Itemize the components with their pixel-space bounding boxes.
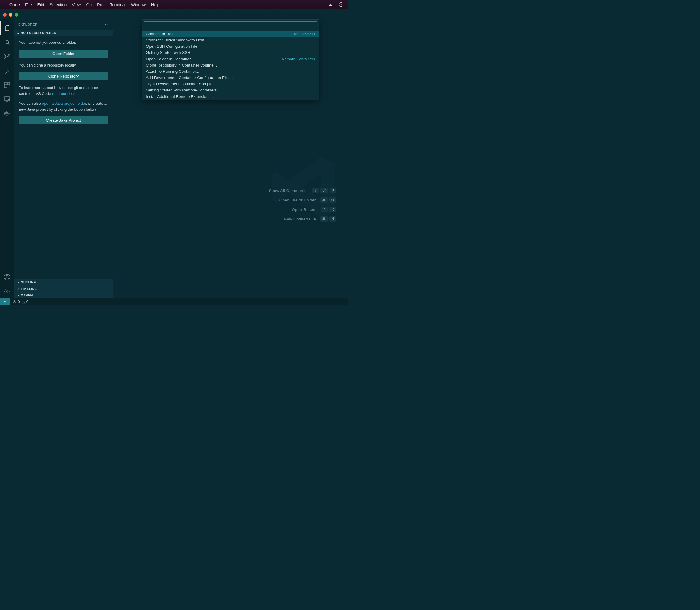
quickpick-item-label: Getting Started with Remote-Containers [146,88,217,92]
mac-menubar: Code File Edit Selection View Go Run Ter… [0,0,348,10]
read-docs-link[interactable]: read our docs [52,92,76,96]
menu-run[interactable]: Run [97,2,105,7]
open-folder-button[interactable]: Open Folder [19,50,108,58]
menu-window[interactable]: Window [131,2,146,7]
open-java-link[interactable]: open a Java project folder [42,101,86,106]
create-java-project-button[interactable]: Create Java Project [19,116,108,124]
close-window-button[interactable] [3,13,6,17]
shortcut-keys: ⌃R [321,207,336,212]
quickpick-item[interactable]: Getting Started with SSH [142,49,319,55]
svg-rect-11 [6,113,7,114]
keycap: ⌘ [320,216,328,222]
quickpick-item-label: Clone Repository in Container Volume... [146,63,217,67]
quickpick-item-label: Open Folder in Container... [146,57,194,61]
section-no-folder[interactable]: ⌄ NO FOLDER OPENED [14,30,113,36]
quickpick-item[interactable]: Try a Development Container Sample... [142,81,319,87]
activity-explorer[interactable] [0,21,14,35]
quickpick-item[interactable]: Add Development Container Configuration … [142,75,319,81]
chevron-right-icon: › [16,280,21,284]
zoom-window-button[interactable] [15,13,18,17]
active-app-underline [126,9,143,10]
activity-debug[interactable] [0,64,14,78]
menu-go[interactable]: Go [86,2,92,7]
minimize-window-button[interactable] [9,13,12,17]
quickpick-input[interactable] [144,21,317,29]
menu-edit[interactable]: Edit [37,2,44,7]
shortcut-label: Open File or Folder [279,198,316,202]
status-bar: 0 0 [0,299,348,305]
branch-icon [3,53,11,60]
quickpick-item[interactable]: Connect Current Window to Host... [142,37,319,43]
quickpick-item-label: Connect to Host... [146,32,178,36]
svg-rect-6 [7,82,10,85]
quickpick-item-label: Add Development Container Configuration … [146,76,234,80]
keycap: O [329,197,336,203]
shortcut-row: Open Recent⌃R [292,207,336,212]
svg-point-1 [5,54,6,55]
svg-rect-13 [6,112,7,112]
docker-icon [3,110,11,117]
status-warning-count: 0 [26,300,28,304]
menu-file[interactable]: File [25,2,32,7]
quickpick-item-label: Attach to Running Container... [146,69,199,74]
activity-extensions[interactable] [0,78,14,92]
tray-icon-2[interactable] [338,2,344,8]
quickpick-item[interactable]: Install Additional Remote Extensions... [142,93,319,100]
quickpick-item[interactable]: Open Folder in Container...Remote-Contai… [142,55,319,62]
section-timeline[interactable]: › TIMELINE [14,286,113,292]
section-maven[interactable]: › MAVEN [14,292,113,299]
menu-help[interactable]: Help [151,2,159,7]
no-folder-body: You have not yet opened a folder. Open F… [14,36,113,128]
no-folder-msg4: You can also open a Java project folder,… [19,100,108,112]
sidebar-more-icon[interactable]: ⋯ [103,21,109,27]
quickpick-item[interactable]: Connect to Host...Remote-SSH [142,31,319,37]
menu-selection[interactable]: Selection [50,2,67,7]
keycap: R [329,207,336,212]
quickpick-category-label: Remote-Containers [282,57,315,61]
shortcut-keys: ⌘N [320,216,336,222]
menu-view[interactable]: View [72,2,81,7]
quickpick-item[interactable]: Open SSH Configuration File... [142,43,319,49]
clone-repo-button[interactable]: Clone Repository [19,72,108,80]
window-controls [3,13,18,17]
section-outline-label: OUTLINE [21,280,36,284]
quickpick-item-label: Try a Development Container Sample... [146,82,216,86]
section-no-folder-label: NO FOLDER OPENED [21,31,57,35]
sidebar-header: EXPLORER ⋯ [14,19,113,30]
activity-search[interactable] [0,35,14,49]
shortcut-label: Open Recent [292,207,317,212]
activity-settings[interactable] [0,284,14,299]
activity-scm[interactable] [0,49,14,64]
activity-docker[interactable] [0,106,14,121]
tray-icon-1[interactable] [328,2,333,8]
quickpick-item[interactable]: Getting Started with Remote-Containers [142,87,319,93]
sidebar-title: EXPLORER [18,23,37,26]
section-maven-label: MAVEN [21,293,33,297]
quickpick-item-label: Install Additional Remote Extensions... [146,94,214,99]
menu-code[interactable]: Code [10,2,20,7]
status-problems[interactable]: 0 0 [10,300,31,304]
quickpick-item[interactable]: Clone Repository in Container Volume... [142,62,319,68]
error-icon [12,300,17,304]
quickpick-list: Connect to Host...Remote-SSHConnect Curr… [142,31,319,100]
vscode-window: EXPLORER ⋯ ⌄ NO FOLDER OPENED You have n… [0,11,348,305]
menu-terminal[interactable]: Terminal [110,2,126,7]
section-outline[interactable]: › OUTLINE [14,279,113,286]
svg-rect-10 [5,113,6,114]
remote-status-button[interactable] [0,299,10,305]
keycap: ⌘ [320,197,328,203]
activity-accounts[interactable] [0,270,14,284]
quickpick-category-label: Remote-SSH [292,32,315,36]
shortcut-keys: ⌘O [320,197,336,203]
activity-remote-explorer[interactable] [0,92,14,106]
section-timeline-label: TIMELINE [21,287,37,290]
svg-rect-8 [4,97,10,100]
status-error-count: 0 [18,300,20,304]
shortcut-keys: ⇧⌘P [312,188,336,193]
svg-point-16 [6,290,8,292]
shortcut-row: New Untitled File⌘N [284,216,336,222]
chevron-right-icon: › [16,287,21,290]
search-icon [3,39,11,46]
warning-icon [21,300,25,304]
quickpick-item[interactable]: Attach to Running Container... [142,68,319,75]
